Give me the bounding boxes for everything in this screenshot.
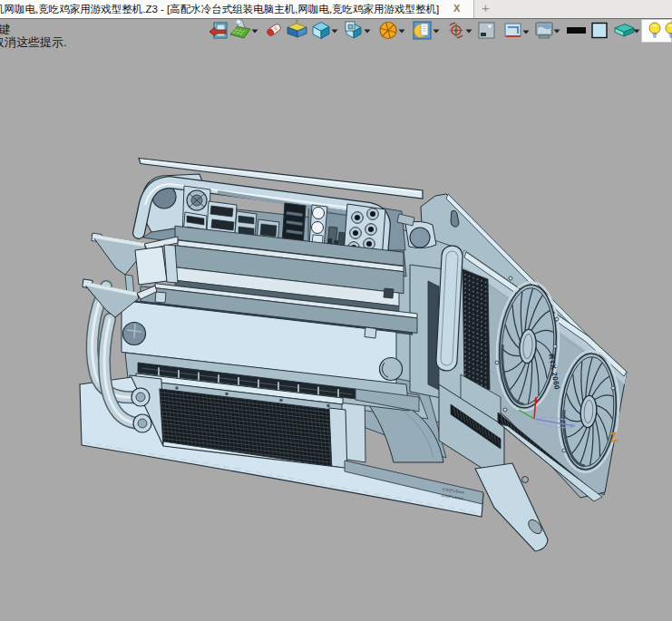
svg-text:Z: Z: [609, 429, 619, 445]
